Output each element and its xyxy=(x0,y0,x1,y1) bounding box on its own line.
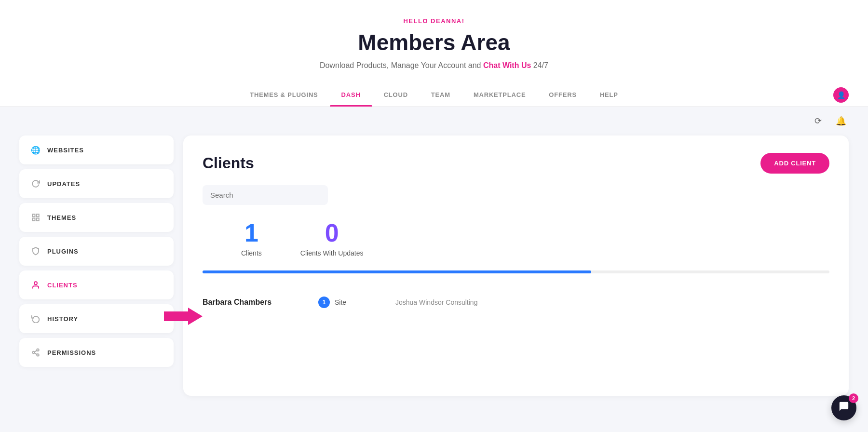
nav-item-team[interactable]: TEAM xyxy=(420,83,462,106)
nav-item-cloud[interactable]: CLOUD xyxy=(372,83,420,106)
clients-title: Clients xyxy=(203,154,254,172)
site-label: Site xyxy=(335,298,346,306)
nav-item-offers[interactable]: OFFERS xyxy=(537,83,588,106)
refresh-icon[interactable]: ⟳ xyxy=(810,113,826,129)
sidebar-label-themes: THEMES xyxy=(47,214,76,221)
sidebar-label-clients: CLIENTS xyxy=(47,282,78,289)
action-bar: ⟳ 🔔 xyxy=(0,107,868,135)
bell-icon[interactable]: 🔔 xyxy=(833,113,849,129)
client-company: Joshua Windsor Consulting xyxy=(395,298,477,306)
search-input[interactable] xyxy=(203,185,328,205)
page-title: Members Area xyxy=(0,29,868,55)
sidebar-item-permissions[interactable]: PERMISSIONS xyxy=(19,338,174,367)
sidebar-item-updates[interactable]: UPDATES xyxy=(19,169,174,198)
add-client-button[interactable]: ADD CLIENT xyxy=(760,153,829,174)
updates-label: Clients With Updates xyxy=(300,249,364,257)
sidebar-item-themes[interactable]: THEMES xyxy=(19,203,174,232)
user-avatar[interactable]: 👤 xyxy=(833,87,849,103)
grid-icon xyxy=(31,213,41,222)
stat-clients: 1 Clients xyxy=(241,220,262,257)
clients-label: Clients xyxy=(241,249,262,257)
progress-bar-fill xyxy=(203,270,591,273)
svg-rect-0 xyxy=(32,214,35,216)
main-nav: THEMES & PLUGINS DASH CLOUD TEAM MARKETP… xyxy=(0,83,868,107)
sidebar-item-clients[interactable]: CLIENTS xyxy=(19,270,174,299)
sidebar-item-plugins[interactable]: PLUGINS xyxy=(19,237,174,266)
nav-item-themes-plugins[interactable]: THEMES & PLUGINS xyxy=(238,83,329,106)
subtitle: Download Products, Manage Your Account a… xyxy=(0,61,868,70)
site-count-badge: 1 xyxy=(318,297,330,308)
nav-items: THEMES & PLUGINS DASH CLOUD TEAM MARKETP… xyxy=(238,83,630,106)
subtitle-after: 24/7 xyxy=(533,61,548,69)
subtitle-before: Download Products, Manage Your Account a… xyxy=(320,61,481,69)
sidebar-label-updates: UPDATES xyxy=(47,180,80,188)
progress-bar-container xyxy=(203,270,829,273)
sidebar-label-permissions: PERMISSIONS xyxy=(47,349,96,356)
shield-icon xyxy=(31,246,41,256)
sidebar: 🌐 WEBSITES UPDATES THEMES xyxy=(19,135,183,396)
sidebar-label-history: HISTORY xyxy=(47,315,78,323)
nav-item-dash[interactable]: DASH xyxy=(330,83,372,106)
arrow-indicator xyxy=(164,308,203,327)
stats-row: 1 Clients 0 Clients With Updates xyxy=(203,220,829,257)
header: HELLO DEANNA! Members Area Download Prod… xyxy=(0,0,868,107)
svg-marker-10 xyxy=(164,308,203,325)
svg-line-9 xyxy=(34,351,37,352)
table-row[interactable]: Barbara Chambers 1 Site Joshua Windsor C… xyxy=(203,287,829,318)
hello-greeting: HELLO DEANNA! xyxy=(0,17,868,25)
clients-count: 1 xyxy=(241,220,262,245)
chat-icon xyxy=(839,401,849,415)
client-name: Barbara Chambers xyxy=(203,298,299,307)
chat-bubble-button[interactable]: 2 xyxy=(831,395,856,420)
client-sites: 1 Site xyxy=(318,297,376,308)
svg-rect-1 xyxy=(37,214,39,216)
refresh-icon xyxy=(31,179,41,189)
globe-icon: 🌐 xyxy=(31,145,41,155)
svg-line-8 xyxy=(34,353,37,354)
sidebar-label-websites: WEBSITES xyxy=(47,147,84,154)
client-list: Barbara Chambers 1 Site Joshua Windsor C… xyxy=(203,287,829,318)
permissions-icon xyxy=(31,348,41,357)
content-area: Clients ADD CLIENT 1 Clients 0 Clients W… xyxy=(183,135,849,396)
svg-rect-2 xyxy=(32,218,35,221)
nav-item-help[interactable]: HELP xyxy=(588,83,630,106)
svg-rect-3 xyxy=(37,218,39,221)
history-icon xyxy=(31,314,41,324)
chat-link[interactable]: Chat With Us xyxy=(483,61,531,69)
updates-count: 0 xyxy=(300,220,364,245)
clients-header: Clients ADD CLIENT xyxy=(203,153,829,174)
stat-updates: 0 Clients With Updates xyxy=(300,220,364,257)
nav-item-marketplace[interactable]: MARKETPLACE xyxy=(462,83,537,106)
sidebar-item-history[interactable]: HISTORY xyxy=(19,304,174,333)
user-icon xyxy=(31,280,41,290)
svg-point-4 xyxy=(34,282,37,284)
sidebar-item-websites[interactable]: 🌐 WEBSITES xyxy=(19,135,174,164)
main-layout: 🌐 WEBSITES UPDATES THEMES xyxy=(0,135,868,415)
sidebar-label-plugins: PLUGINS xyxy=(47,248,79,255)
chat-badge: 2 xyxy=(849,393,858,403)
